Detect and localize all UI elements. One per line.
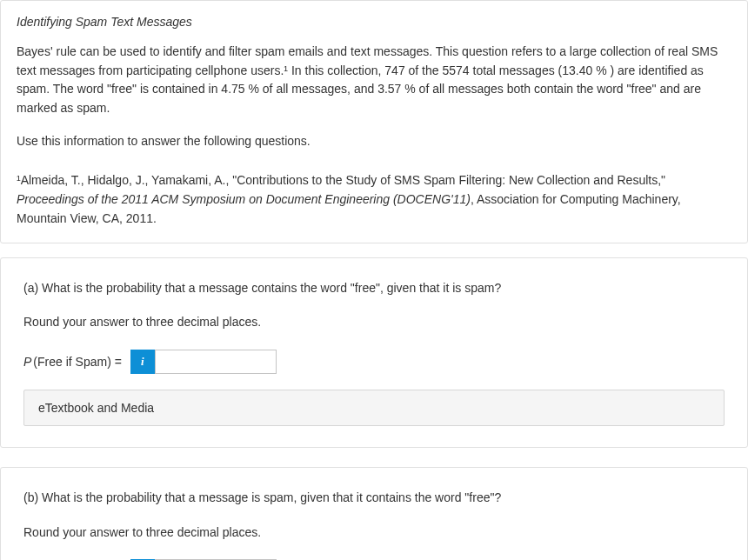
citation-prefix: ¹Almeida, T., Hidalgo, J., Yamakami, A.,… [17, 173, 665, 187]
intro-paragraph: Bayes' rule can be used to identify and … [17, 43, 731, 118]
intro-panel: Identifying Spam Text Messages Bayes' ru… [0, 0, 748, 243]
question-b-text: (b) What is the probability that a messa… [23, 489, 725, 508]
question-b-round: Round your answer to three decimal place… [23, 523, 725, 543]
question-a-round: Round your answer to three decimal place… [23, 313, 725, 332]
etextbook-button[interactable]: eTextbook and Media [23, 390, 725, 426]
question-b-panel: (b) What is the probability that a messa… [0, 467, 748, 560]
info-icon[interactable]: i [130, 350, 155, 374]
citation: ¹Almeida, T., Hidalgo, J., Yamakami, A.,… [17, 171, 731, 228]
question-a-panel: (a) What is the probability that a messa… [0, 257, 748, 448]
question-a-label-p: P [23, 355, 31, 369]
intro-title: Identifying Spam Text Messages [17, 15, 731, 29]
intro-instruction: Use this information to answer the follo… [17, 132, 731, 151]
question-a-input[interactable] [155, 350, 277, 374]
question-a-answer-row: P(Free if Spam) = i [23, 350, 725, 374]
citation-italic: Proceedings of the 2011 ACM Symposium on… [17, 192, 471, 206]
question-a-label-rest: (Free if Spam) = [33, 355, 122, 369]
question-a-text: (a) What is the probability that a messa… [23, 279, 725, 298]
